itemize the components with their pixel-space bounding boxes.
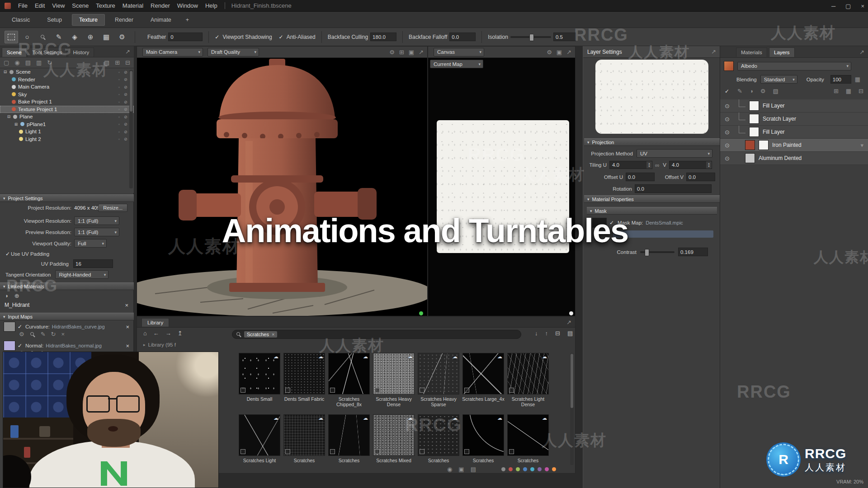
frame-icon[interactable]: ▣: [409, 49, 414, 56]
isolation-slider[interactable]: [510, 36, 551, 38]
tag-icon[interactable]: [330, 388, 335, 393]
library-item[interactable]: ☁: [507, 353, 549, 394]
clear-tag-icon[interactable]: ×: [272, 332, 274, 337]
panel-popout-icon[interactable]: ↗: [566, 319, 571, 326]
tab-setup[interactable]: Setup: [40, 14, 69, 26]
visibility-eye-icon[interactable]: ⊙: [725, 155, 730, 162]
import-icon[interactable]: ↓: [535, 330, 538, 337]
library-item[interactable]: ☁: [239, 353, 280, 394]
brush-icon[interactable]: ✎: [737, 88, 742, 94]
library-search[interactable]: Scratches×: [232, 330, 521, 339]
tree-item-light2[interactable]: Light 2 ◦⊘: [0, 136, 134, 143]
camera-dropdown[interactable]: Main Camera▾: [142, 48, 203, 56]
link-tiling-icon[interactable]: ∞: [655, 162, 659, 169]
material-swatch[interactable]: [745, 153, 755, 163]
layer-row-iron-painted[interactable]: ⊙ Iron Painted ▾: [720, 139, 868, 152]
row-lock-icons[interactable]: ◦⊘: [118, 114, 127, 119]
uv-padding-input[interactable]: [73, 259, 113, 268]
pin-icon[interactable]: ▢: [4, 59, 9, 66]
pan-tool[interactable]: ⊕: [84, 31, 97, 43]
feather-input[interactable]: [168, 33, 203, 41]
up-level-icon[interactable]: ↥: [178, 330, 183, 337]
backface-culling-input[interactable]: [370, 33, 396, 41]
remove-normal-icon[interactable]: ×: [126, 343, 129, 349]
tag-icon[interactable]: [330, 449, 335, 454]
tag-icon[interactable]: [285, 449, 290, 454]
blending-dropdown[interactable]: Standard▾: [760, 75, 797, 84]
tiling-u-input[interactable]: 4.0▴▾: [609, 161, 652, 169]
canvas-settings-icon[interactable]: ⚙: [547, 49, 552, 56]
preview-resolution-dropdown[interactable]: 1:1 (Full)▾: [74, 228, 119, 236]
window-minimize-icon[interactable]: ─: [831, 3, 835, 9]
viewport-quality-dropdown[interactable]: Full▾: [74, 239, 107, 248]
layer-thumbnail[interactable]: [749, 114, 759, 124]
tab-animate[interactable]: Animate: [143, 14, 179, 26]
library-item[interactable]: ☁: [328, 353, 370, 394]
rows-icon[interactable]: ▥: [36, 59, 42, 66]
add-material-icon[interactable]: ⊕: [14, 292, 19, 299]
mask-map-thumbnail[interactable]: [592, 218, 607, 228]
viewport-settings-icon[interactable]: ⚙: [389, 49, 395, 56]
anti-aliased-checkbox[interactable]: ✓: [279, 34, 283, 40]
library-item[interactable]: ☁: [507, 414, 549, 456]
use-uv-padding-checkbox[interactable]: ✓: [5, 251, 10, 257]
focus-icon[interactable]: ◉: [14, 59, 19, 66]
library-scrollbar[interactable]: [570, 353, 574, 465]
contrast-input[interactable]: [678, 248, 708, 256]
layer-thumbnail[interactable]: [749, 101, 759, 111]
tab-scene[interactable]: Scene: [2, 47, 27, 57]
panel-popout-icon[interactable]: ↗: [125, 48, 130, 55]
breadcrumb[interactable]: Library (95 f: [148, 342, 176, 347]
menu-file[interactable]: File: [18, 2, 28, 9]
tab-materials[interactable]: Materials: [736, 47, 767, 57]
menu-render[interactable]: Render: [151, 2, 170, 9]
row-lock-icons[interactable]: ◦⊘: [118, 70, 127, 75]
library-item[interactable]: ☁: [239, 414, 280, 456]
tab-history[interactable]: History: [68, 47, 94, 57]
list-icon[interactable]: ▤: [25, 59, 31, 66]
delete-layer-icon[interactable]: ⊟: [859, 88, 863, 94]
texture-map-preview[interactable]: [437, 120, 569, 253]
isolation-slider-thumb[interactable]: [529, 34, 534, 41]
quality-dropdown[interactable]: Draft Quality▾: [208, 48, 259, 56]
menu-material[interactable]: Material: [123, 2, 143, 9]
layer-row-scratch[interactable]: ⊙ Scratch Layer: [720, 113, 868, 126]
normal-checkbox[interactable]: ✓: [18, 343, 22, 349]
expand-layer-icon[interactable]: ▾: [860, 142, 863, 149]
refresh-icon[interactable]: ↻: [51, 331, 56, 338]
opacity-input[interactable]: [830, 75, 851, 84]
tiling-v-input[interactable]: 4.0▴▾: [669, 161, 712, 169]
library-item[interactable]: ☁: [462, 414, 504, 456]
menu-texture[interactable]: Texture: [96, 2, 115, 9]
offset-u-input[interactable]: [626, 173, 655, 181]
input-maps-header[interactable]: ▾Input Maps: [0, 313, 134, 320]
delete-icon[interactable]: ⊟: [555, 330, 560, 337]
snap-icon[interactable]: ⊞: [399, 49, 404, 56]
curvature-map-thumbnail[interactable]: [4, 322, 15, 332]
pattern-icon[interactable]: ▧: [773, 88, 778, 94]
color-wheel-icon[interactable]: ◑: [5, 292, 8, 299]
library-item[interactable]: ☁: [418, 414, 459, 456]
remove-curvature-icon[interactable]: ×: [126, 324, 129, 330]
tag-icon[interactable]: [375, 449, 380, 454]
tag-icon[interactable]: [241, 449, 245, 454]
row-lock-icons[interactable]: ◦⊘: [118, 136, 127, 141]
pen-tool[interactable]: ✎: [52, 31, 66, 43]
library-item[interactable]: ☁: [283, 414, 325, 456]
channel-swatch[interactable]: [724, 61, 734, 71]
offset-v-input[interactable]: [686, 173, 715, 181]
tag-icon[interactable]: [375, 388, 380, 393]
row-lock-icons[interactable]: ◦⊘: [118, 92, 127, 97]
menu-edit[interactable]: Edit: [35, 2, 45, 9]
material-properties-header[interactable]: ▾Material Properties: [584, 195, 720, 203]
edit-icon[interactable]: ✎: [41, 331, 46, 338]
menu-scene[interactable]: Scene: [72, 2, 89, 9]
paint-check-icon[interactable]: ✓: [725, 88, 729, 94]
home-icon[interactable]: ⌂: [143, 330, 147, 337]
add-layer-icon[interactable]: ⊞: [834, 88, 839, 94]
curvature-checkbox[interactable]: ✓: [18, 324, 22, 330]
library-item[interactable]: ☁: [373, 353, 415, 394]
layer-thumbnail[interactable]: [749, 127, 759, 137]
row-lock-icons[interactable]: ◦⊘: [118, 84, 127, 89]
geometry-tool[interactable]: ▦: [99, 31, 113, 43]
